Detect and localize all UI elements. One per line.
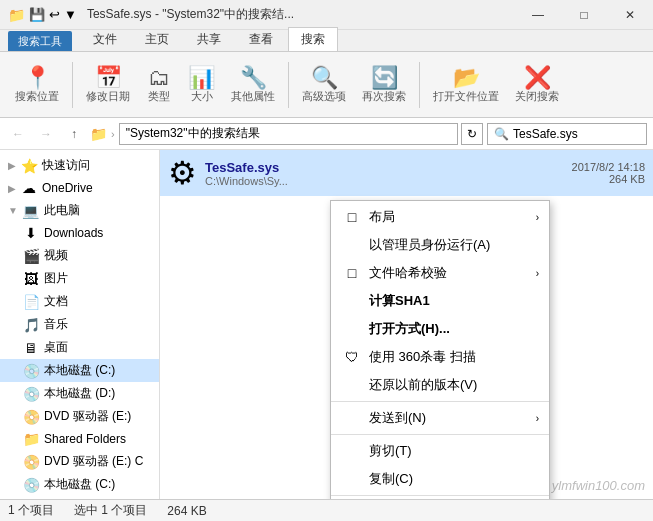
- cm-label: 计算SHA1: [369, 292, 430, 310]
- pictures-icon: 🖼: [22, 271, 40, 287]
- cm-sep-3: [331, 495, 549, 496]
- tb-search-again-button[interactable]: 🔄 再次搜索: [355, 58, 413, 112]
- sidebar-item-dvd-e2[interactable]: 📀 DVD 驱动器 (E:) C: [0, 450, 159, 473]
- sidebar-item-dvd-e[interactable]: 📀 DVD 驱动器 (E:): [0, 405, 159, 428]
- cm-item-sha1[interactable]: 计算SHA1: [331, 287, 549, 315]
- cm-item-openwith[interactable]: 打开方式(H)...: [331, 315, 549, 343]
- quickaccess-icon: ⭐: [20, 158, 38, 174]
- address-path-text: "System32"中的搜索结果: [126, 125, 260, 142]
- search-tools-tab[interactable]: 搜索工具: [8, 31, 72, 51]
- maximize-button[interactable]: □: [561, 0, 607, 30]
- sidebar-item-label: 本地磁盘 (C:): [44, 362, 115, 379]
- tab-home[interactable]: 主页: [132, 27, 182, 51]
- address-bar: ← → ↑ 📁 › "System32"中的搜索结果 ↻ 🔍: [0, 118, 653, 150]
- nav-back-button[interactable]: ←: [6, 122, 30, 146]
- file-icon-gear: ⚙: [168, 154, 197, 192]
- c-drive2-icon: 💿: [22, 477, 40, 493]
- title-bar: 📁 💾 ↩ ▼ TesSafe.sys - "System32"中的搜索结...…: [0, 0, 653, 30]
- status-bar: 1 个项目 选中 1 个项目 264 KB: [0, 499, 653, 521]
- cm-item-layout[interactable]: □ 布局 ›: [331, 203, 549, 231]
- tb-location-button[interactable]: 📍 搜索位置: [8, 58, 66, 112]
- tab-file[interactable]: 文件: [80, 27, 130, 51]
- sidebar-item-label: DVD 驱动器 (E:) C: [44, 453, 143, 470]
- close-button[interactable]: ✕: [607, 0, 653, 30]
- sidebar-item-downloads[interactable]: ⬇ Downloads: [0, 222, 159, 244]
- c-drive-icon: 💿: [22, 363, 40, 379]
- tb-close-search-button[interactable]: ❌ 关闭搜索: [508, 58, 566, 112]
- nav-forward-button[interactable]: →: [34, 122, 58, 146]
- quick-undo-icon[interactable]: ▼: [64, 7, 77, 22]
- cm-item-copy[interactable]: 复制(C): [331, 465, 549, 493]
- file-area: ⚙ TesSafe.sys C:\Windows\Sy... 2017/8/2 …: [160, 150, 653, 499]
- tb-type-button[interactable]: 🗂 类型: [139, 58, 179, 112]
- cm-label: 剪切(T): [369, 442, 412, 460]
- tab-search[interactable]: 搜索: [288, 27, 338, 51]
- refresh-button[interactable]: ↻: [461, 123, 483, 145]
- cm-label: 以管理员身份运行(A): [369, 236, 490, 254]
- cm-icon-layout: □: [343, 209, 361, 225]
- app-icon: 📁: [8, 7, 25, 23]
- sidebar-item-label: 图片: [44, 270, 68, 287]
- sidebar-item-label: 文档: [44, 293, 68, 310]
- sidebar-item-documents[interactable]: 📄 文档: [0, 290, 159, 313]
- cm-arrow-hash: ›: [536, 268, 539, 279]
- tb-advanced-button[interactable]: 🔍 高级选项: [295, 58, 353, 112]
- cm-sep-1: [331, 401, 549, 402]
- sidebar-item-c-drive[interactable]: 💿 本地磁盘 (C:): [0, 359, 159, 382]
- sidebar-item-label: 视频: [44, 247, 68, 264]
- cm-item-360scan[interactable]: 🛡 使用 360杀毒 扫描: [331, 343, 549, 371]
- sidebar-item-shared[interactable]: 📁 Shared Folders: [0, 428, 159, 450]
- dvd-e-icon: 📀: [22, 409, 40, 425]
- sidebar-item-pictures[interactable]: 🖼 图片: [0, 267, 159, 290]
- cm-item-hash[interactable]: □ 文件哈希校验 ›: [331, 259, 549, 287]
- cm-item-sendto[interactable]: 发送到(N) ›: [331, 404, 549, 432]
- tab-share[interactable]: 共享: [184, 27, 234, 51]
- sidebar-item-video[interactable]: 🎬 视频: [0, 244, 159, 267]
- tb-date-button[interactable]: 📅 修改日期: [79, 58, 137, 112]
- search-input[interactable]: [513, 127, 640, 141]
- cm-label: 使用 360杀毒 扫描: [369, 348, 476, 366]
- video-icon: 🎬: [22, 248, 40, 264]
- status-count: 1 个项目: [8, 502, 54, 519]
- sidebar-item-d-drive[interactable]: 💿 本地磁盘 (D:): [0, 382, 159, 405]
- sidebar-item-music[interactable]: 🎵 音乐: [0, 313, 159, 336]
- tb-open-location-button[interactable]: 📂 打开文件位置: [426, 58, 506, 112]
- toolbar-row: 📍 搜索位置 📅 修改日期 🗂 类型 📊 大小 🔧 其他属性: [8, 56, 645, 114]
- sidebar-item-label: 快速访问: [42, 157, 90, 174]
- tb-size-button[interactable]: 📊 大小: [181, 58, 222, 112]
- downloads-icon: ⬇: [22, 225, 40, 241]
- minimize-button[interactable]: —: [515, 0, 561, 30]
- sidebar-item-thispc[interactable]: ▼ 💻 此电脑: [0, 199, 159, 222]
- sidebar-item-c-drive2[interactable]: 💿 本地磁盘 (C:): [0, 473, 159, 496]
- documents-icon: 📄: [22, 294, 40, 310]
- sidebar-item-label: 桌面: [44, 339, 68, 356]
- title-bar-left: 📁 💾 ↩ ▼ TesSafe.sys - "System32"中的搜索结...: [8, 6, 294, 23]
- sidebar: ▶ ⭐ 快速访问 ▶ ☁ OneDrive ▼ 💻 此电脑 ⬇ Download…: [0, 150, 160, 499]
- cm-label: 布局: [369, 208, 395, 226]
- sidebar-item-onedrive[interactable]: ▶ ☁ OneDrive: [0, 177, 159, 199]
- cm-item-shortcut[interactable]: 创建快捷方式(S): [331, 498, 549, 499]
- quick-folder-icon[interactable]: ↩: [49, 7, 60, 22]
- address-path[interactable]: "System32"中的搜索结果: [119, 123, 458, 145]
- file-meta: 2017/8/2 14:18 264 KB: [572, 161, 645, 185]
- file-item-tessafe[interactable]: ⚙ TesSafe.sys C:\Windows\Sy... 2017/8/2 …: [160, 150, 653, 196]
- cm-item-restore[interactable]: 还原以前的版本(V): [331, 371, 549, 399]
- sidebar-item-quickaccess[interactable]: ▶ ⭐ 快速访问: [0, 154, 159, 177]
- sidebar-item-desktop[interactable]: 🖥 桌面: [0, 336, 159, 359]
- quick-save-icon[interactable]: 💾: [29, 7, 45, 22]
- cm-sep-2: [331, 434, 549, 435]
- window-title: TesSafe.sys - "System32"中的搜索结...: [87, 6, 294, 23]
- nav-up-button[interactable]: ↑: [62, 122, 86, 146]
- tb-other-button[interactable]: 🔧 其他属性: [224, 58, 282, 112]
- cm-arrow-layout: ›: [536, 212, 539, 223]
- file-size: 264 KB: [572, 173, 645, 185]
- cm-item-cut[interactable]: 剪切(T): [331, 437, 549, 465]
- sidebar-item-label: 本地磁盘 (D:): [44, 385, 115, 402]
- file-date: 2017/8/2 14:18: [572, 161, 645, 173]
- tab-view[interactable]: 查看: [236, 27, 286, 51]
- shared-icon: 📁: [22, 431, 40, 447]
- cm-label: 还原以前的版本(V): [369, 376, 477, 394]
- address-arrow: ›: [111, 128, 115, 140]
- status-selected: 选中 1 个项目: [74, 502, 147, 519]
- cm-item-runas[interactable]: 以管理员身份运行(A): [331, 231, 549, 259]
